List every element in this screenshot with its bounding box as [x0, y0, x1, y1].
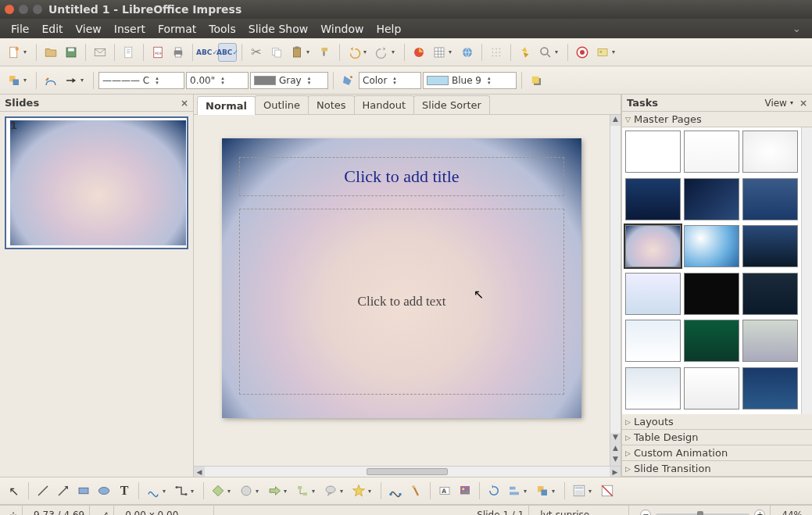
slide-design-button[interactable]	[598, 481, 617, 500]
area-button[interactable]	[338, 71, 357, 90]
line-width-combo[interactable]: 0.00"▴▾	[186, 72, 249, 89]
arrange-button[interactable]	[5, 71, 23, 90]
callouts-dropdown[interactable]: ▾	[340, 488, 346, 495]
ellipse-tool-button[interactable]	[95, 481, 113, 500]
open-button[interactable]	[41, 43, 60, 62]
master-page-item[interactable]	[684, 273, 739, 315]
select-tool-button[interactable]: ↖	[5, 481, 23, 500]
points-button[interactable]	[386, 481, 405, 500]
gallery-button[interactable]	[593, 43, 612, 62]
slide-text-placeholder[interactable]: Click to add text	[239, 209, 564, 395]
menu-slideshow[interactable]: Slide Show	[242, 21, 314, 37]
connector-tool-button[interactable]	[172, 481, 191, 500]
insert-table-dropdown[interactable]: ▾	[449, 48, 455, 55]
master-page-item[interactable]	[625, 320, 681, 362]
menu-view[interactable]: View	[70, 21, 108, 37]
arrange2-button[interactable]	[533, 481, 552, 500]
line-color-combo[interactable]: Gray▴▾	[250, 72, 328, 89]
curve-tool-dropdown[interactable]: ▾	[163, 488, 169, 495]
scroll-left-arrow[interactable]: ◀	[194, 467, 205, 477]
master-page-item[interactable]	[684, 320, 739, 362]
window-close-button[interactable]	[5, 5, 14, 14]
arrow-style-dropdown[interactable]: ▾	[80, 77, 87, 84]
undo-button[interactable]	[345, 43, 363, 62]
insert-table-button[interactable]	[430, 43, 449, 62]
save-button[interactable]	[62, 43, 80, 62]
stars-button[interactable]	[349, 481, 368, 500]
zoom-out-button[interactable]: −	[640, 510, 651, 516]
section-layouts[interactable]: ▷Layouts	[622, 414, 812, 430]
masters-scrollbar[interactable]	[801, 127, 812, 414]
master-page-item-selected[interactable]	[625, 225, 681, 267]
master-page-item[interactable]	[742, 273, 798, 315]
slide-thumbnail-1[interactable]: 1	[5, 116, 188, 249]
callouts-button[interactable]	[321, 481, 340, 500]
zoom-in-button[interactable]: +	[754, 510, 765, 516]
window-minimize-button[interactable]	[19, 5, 28, 14]
basic-shapes-dropdown[interactable]: ▾	[227, 488, 234, 495]
scroll-down-arrow[interactable]: ▼	[610, 433, 621, 444]
next-slide-button[interactable]: ▼	[610, 455, 621, 466]
align-dropdown[interactable]: ▾	[524, 488, 530, 495]
tab-notes[interactable]: Notes	[308, 95, 355, 114]
rotate-button[interactable]	[485, 481, 503, 500]
basic-shapes-button[interactable]	[209, 481, 227, 500]
undo-dropdown[interactable]: ▾	[363, 48, 370, 55]
email-button[interactable]	[91, 43, 109, 62]
section-custom-animation[interactable]: ▷Custom Animation	[622, 445, 812, 461]
horizontal-scrollbar[interactable]: ◀ ▶	[194, 466, 621, 477]
shadow-button[interactable]	[527, 71, 546, 90]
align-button[interactable]	[505, 481, 524, 500]
line-style-combo[interactable]: ———— C▴▾	[98, 72, 184, 89]
master-page-item[interactable]	[742, 225, 798, 267]
fontwork-button[interactable]: A	[435, 481, 454, 500]
master-page-item[interactable]	[684, 225, 739, 267]
cut-button[interactable]: ✂	[247, 43, 266, 62]
symbol-shapes-button[interactable]	[237, 481, 256, 500]
section-master-pages[interactable]: ▽Master Pages	[622, 112, 812, 127]
insert-chart-button[interactable]	[410, 43, 428, 62]
status-zoom[interactable]: 44%	[777, 506, 807, 515]
scroll-up-arrow[interactable]: ▲	[610, 115, 621, 126]
master-page-item[interactable]	[625, 273, 681, 315]
help-button[interactable]	[573, 43, 592, 62]
auto-spellcheck-button[interactable]: ABC✓	[218, 43, 237, 62]
from-file-button[interactable]	[456, 481, 474, 500]
line-tool-button[interactable]	[34, 481, 52, 500]
zoom-dropdown[interactable]: ▾	[555, 48, 561, 55]
zoom-button[interactable]	[536, 43, 555, 62]
hyperlink-button[interactable]	[458, 43, 477, 62]
master-page-item[interactable]	[742, 178, 798, 220]
master-page-item[interactable]	[625, 178, 681, 220]
print-button[interactable]	[169, 43, 188, 62]
paste-dropdown[interactable]: ▾	[306, 48, 313, 55]
new-document-button[interactable]	[5, 43, 23, 62]
navigator-button[interactable]	[516, 43, 535, 62]
slide-layout-dropdown[interactable]: ▾	[588, 488, 595, 495]
flowchart-dropdown[interactable]: ▾	[312, 488, 318, 495]
arrow-tool-button[interactable]	[54, 481, 73, 500]
arrange-dropdown[interactable]: ▾	[23, 77, 30, 84]
redo-button[interactable]	[373, 43, 392, 62]
menu-insert[interactable]: Insert	[108, 21, 152, 37]
tab-outline[interactable]: Outline	[255, 95, 309, 114]
redo-dropdown[interactable]: ▾	[392, 48, 398, 55]
tab-normal[interactable]: Normal	[197, 96, 256, 115]
arrange2-dropdown[interactable]: ▾	[552, 488, 558, 495]
gallery-dropdown[interactable]: ▾	[612, 48, 618, 55]
menu-edit[interactable]: Edit	[35, 21, 69, 37]
master-page-item[interactable]	[625, 367, 681, 409]
menubar-chevron-icon[interactable]: ⌄	[786, 21, 807, 36]
rectangle-tool-button[interactable]	[74, 481, 93, 500]
slide-title-placeholder[interactable]: Click to add title	[239, 157, 564, 196]
flowchart-button[interactable]	[293, 481, 312, 500]
prev-slide-button[interactable]: ▲	[610, 444, 621, 455]
fill-type-combo[interactable]: Color▴▾	[359, 72, 421, 89]
symbol-shapes-dropdown[interactable]: ▾	[256, 488, 262, 495]
spellcheck-button[interactable]: ABC✓	[198, 43, 216, 62]
paste-button[interactable]	[288, 43, 306, 62]
text-tool-button[interactable]: T	[115, 481, 134, 500]
vertical-scrollbar[interactable]: ▲ ▼ ▲ ▼	[610, 115, 621, 466]
master-page-item[interactable]	[742, 131, 798, 173]
new-document-dropdown[interactable]: ▾	[23, 48, 30, 55]
